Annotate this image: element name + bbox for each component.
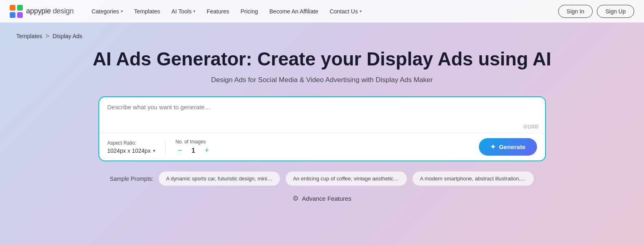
breadcrumb-templates-link[interactable]: Templates — [16, 33, 42, 39]
contact-chevron-icon: ▾ — [360, 9, 362, 13]
signin-button[interactable]: Sign In — [558, 5, 593, 18]
breadcrumb-separator: > — [46, 33, 49, 40]
nav-pricing[interactable]: Pricing — [236, 6, 263, 17]
aspect-ratio-label: Aspect Ratio: — [107, 140, 156, 146]
aspect-ratio-value: 1024px x 1024px — [107, 147, 151, 154]
settings-icon: ⚙ — [293, 194, 299, 203]
counter-controls: − 1 + — [175, 146, 211, 155]
sample-prompt-3[interactable]: A modern smartphone, abstract illustrati… — [412, 171, 534, 186]
decrement-button[interactable]: − — [175, 146, 184, 155]
svg-rect-3 — [17, 12, 23, 18]
navbar: appypie design Categories ▾ Templates AI… — [0, 0, 644, 23]
nav-actions: Sign In Sign Up — [558, 5, 634, 18]
sample-prompt-1[interactable]: A dynamic sports car, futuristic design,… — [158, 171, 280, 186]
increment-button[interactable]: + — [202, 146, 211, 155]
nav-contact[interactable]: Contact Us ▾ — [325, 6, 366, 17]
nav-categories[interactable]: Categories ▾ — [87, 6, 128, 17]
advance-features-button[interactable]: ⚙ Advance Features — [293, 194, 351, 203]
generator-box: 0/1000 Aspect Ratio: 1024px x 1024px ▾ N… — [98, 96, 546, 161]
ai-tools-chevron-icon: ▾ — [193, 9, 195, 13]
page-title: AI Ads Generator: Create your Display Ad… — [93, 48, 551, 70]
sparkle-icon: ✦ — [490, 143, 496, 151]
counter-value: 1 — [190, 147, 196, 154]
breadcrumb-current: Display Ads — [52, 33, 82, 39]
images-section: No. of Images − 1 + — [166, 139, 221, 155]
aspect-ratio-section: Aspect Ratio: 1024px x 1024px ▾ — [107, 140, 166, 154]
signup-button[interactable]: Sign Up — [597, 5, 634, 18]
sample-prompts-row: Sample Prompts: A dynamic sports car, fu… — [110, 171, 534, 186]
prompt-textarea[interactable] — [107, 104, 537, 128]
generate-label: Generate — [499, 143, 525, 150]
generator-footer: Aspect Ratio: 1024px x 1024px ▾ No. of I… — [99, 133, 545, 160]
aspect-ratio-chevron-icon: ▾ — [153, 148, 155, 154]
images-label: No. of Images — [175, 139, 211, 145]
generate-btn-wrapper: ✦ Generate — [479, 138, 537, 156]
nav-links: Categories ▾ Templates AI Tools ▾ Featur… — [87, 6, 558, 17]
advance-features-label: Advance Features — [302, 195, 351, 202]
sample-prompt-2[interactable]: An enticing cup of coffee, vintage aesth… — [285, 171, 407, 186]
sample-prompts-label: Sample Prompts: — [110, 176, 153, 182]
main-content: Templates > Display Ads AI Ads Generator… — [0, 23, 644, 203]
char-count: 0/1000 — [524, 124, 539, 130]
aspect-ratio-select[interactable]: 1024px x 1024px ▾ — [107, 147, 156, 154]
nav-ai-tools[interactable]: AI Tools ▾ — [166, 6, 200, 17]
svg-rect-2 — [10, 12, 15, 18]
breadcrumb: Templates > Display Ads — [16, 33, 628, 40]
prompt-area: 0/1000 — [99, 97, 545, 133]
nav-templates[interactable]: Templates — [129, 6, 165, 17]
nav-features[interactable]: Features — [202, 6, 234, 17]
svg-rect-1 — [17, 5, 23, 11]
logo-text: appypie design — [26, 7, 74, 15]
logo-icon — [10, 5, 23, 18]
page-subtitle: Design Ads for Social Media & Video Adve… — [211, 76, 433, 84]
nav-affiliate[interactable]: Become An Affiliate — [264, 6, 323, 17]
svg-rect-0 — [10, 5, 15, 11]
logo[interactable]: appypie design — [10, 5, 74, 18]
categories-chevron-icon: ▾ — [121, 9, 123, 13]
generate-button[interactable]: ✦ Generate — [479, 138, 537, 156]
